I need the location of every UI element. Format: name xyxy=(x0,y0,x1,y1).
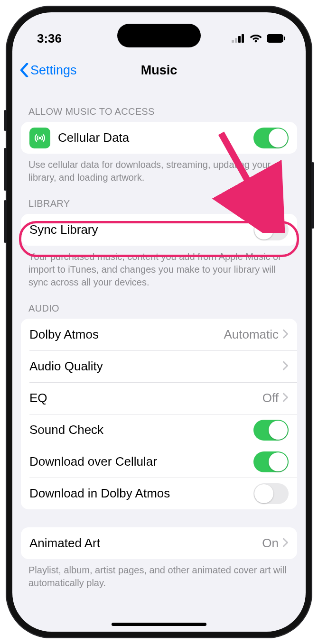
back-label: Settings xyxy=(30,63,77,78)
status-time: 3:36 xyxy=(37,31,62,46)
download-cellular-toggle[interactable] xyxy=(253,451,289,472)
chevron-right-icon xyxy=(282,391,289,405)
sync-library-toggle[interactable] xyxy=(253,220,289,240)
row-sync-library[interactable]: Sync Library xyxy=(21,214,297,246)
row-value: Automatic xyxy=(224,327,279,342)
row-label: Audio Quality xyxy=(29,359,282,374)
row-label: Animated Art xyxy=(29,536,262,551)
row-eq[interactable]: EQ Off xyxy=(21,382,297,414)
chevron-left-icon xyxy=(19,63,29,77)
svg-rect-2 xyxy=(238,36,241,43)
row-label: Dolby Atmos xyxy=(29,327,224,342)
row-label: EQ xyxy=(29,391,262,405)
group-access: Cellular Data xyxy=(21,122,297,154)
svg-rect-5 xyxy=(267,34,283,43)
battery-icon xyxy=(267,31,286,46)
section-footer-art: Playlist, album, artist pages, and other… xyxy=(21,559,297,593)
svg-point-7 xyxy=(38,137,41,139)
row-label: Sound Check xyxy=(29,423,253,437)
section-footer-library: Your purchased music, content you add fr… xyxy=(21,246,297,293)
chevron-right-icon xyxy=(282,327,289,342)
row-value: Off xyxy=(262,391,279,405)
nav-bar: Settings Music xyxy=(12,56,306,84)
sound-check-toggle[interactable] xyxy=(253,420,289,441)
back-button[interactable]: Settings xyxy=(19,56,77,84)
group-animated-art: Animated Art On xyxy=(21,527,297,559)
row-label: Sync Library xyxy=(29,222,253,237)
home-indicator[interactable] xyxy=(112,623,206,626)
svg-rect-0 xyxy=(232,40,234,43)
chevron-right-icon xyxy=(282,536,289,551)
svg-point-4 xyxy=(255,40,257,42)
antenna-icon xyxy=(29,128,50,148)
section-footer-access: Use cellular data for downloads, streami… xyxy=(21,154,297,188)
download-dolby-toggle[interactable] xyxy=(253,483,289,504)
row-label: Cellular Data xyxy=(58,130,253,145)
row-value: On xyxy=(262,536,279,551)
row-audio-quality[interactable]: Audio Quality xyxy=(21,350,297,382)
row-sound-check[interactable]: Sound Check xyxy=(21,414,297,446)
dynamic-island xyxy=(117,24,201,47)
svg-rect-1 xyxy=(235,38,237,43)
row-download-dolby[interactable]: Download in Dolby Atmos xyxy=(21,478,297,509)
cellular-signal-icon xyxy=(232,31,245,46)
row-label: Download over Cellular xyxy=(29,454,253,469)
wifi-icon xyxy=(250,31,262,46)
svg-rect-3 xyxy=(242,34,244,43)
group-library: Sync Library xyxy=(21,214,297,246)
section-header-audio: AUDIO xyxy=(21,293,297,319)
group-audio: Dolby Atmos Automatic Audio Quality EQ O… xyxy=(21,319,297,509)
cellular-data-toggle[interactable] xyxy=(253,128,289,148)
row-dolby-atmos[interactable]: Dolby Atmos Automatic xyxy=(21,319,297,350)
chevron-right-icon xyxy=(282,359,289,374)
section-header-access: ALLOW MUSIC TO ACCESS xyxy=(21,96,297,122)
row-cellular-data[interactable]: Cellular Data xyxy=(21,122,297,154)
svg-rect-6 xyxy=(284,37,285,40)
row-download-cellular[interactable]: Download over Cellular xyxy=(21,446,297,478)
section-header-library: LIBRARY xyxy=(21,188,297,214)
row-label: Download in Dolby Atmos xyxy=(29,486,253,501)
row-animated-art[interactable]: Animated Art On xyxy=(21,527,297,559)
page-title: Music xyxy=(141,63,178,78)
